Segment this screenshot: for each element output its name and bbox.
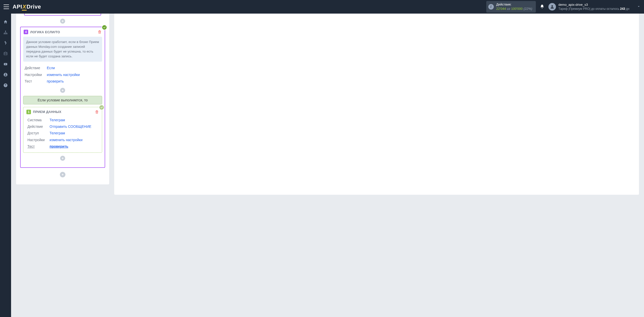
add-step-button-bottom[interactable]: + [60,172,65,177]
username: demo_apix-drive_s3 [558,3,629,7]
step-number: 4 [24,30,28,34]
sidebar-item-youtube[interactable] [0,59,11,69]
row-system: Система Телеграм [26,117,99,123]
svg-point-0 [551,5,553,7]
chevron-down-icon[interactable] [637,5,640,9]
block-title: ПРИЕМ ДАННЫХ [33,110,61,114]
step-number: 1 [26,110,31,114]
svg-point-7 [5,74,6,75]
sidebar-item-connections[interactable] [0,27,11,38]
access-link[interactable]: Телеграм [50,130,65,136]
actions-values: 22'044 из 100'000 (22%) [496,7,532,11]
delete-block-button[interactable] [95,110,99,114]
svg-rect-3 [5,33,6,34]
inner-block-1: 1 ПРИЕМ ДАННЫХ Система Телеграм Действие… [23,107,102,153]
previous-block-tail [24,14,101,16]
settings-link[interactable]: изменить настройки [47,72,80,77]
user-menu[interactable]: demo_apix-drive_s3 Тариф |Премиум PRO| д… [548,3,629,11]
condition-banner: Если условие выполняется, то [23,96,102,104]
sidebar-item-briefcase[interactable] [0,48,11,59]
add-inner-step-button[interactable]: + [60,88,65,93]
svg-rect-1 [5,31,6,31]
test-link[interactable]: проверить [47,78,64,84]
actions-label: Действия: [496,3,532,7]
row-action: Действие Если [23,65,102,71]
sidebar-item-account[interactable] [0,69,11,80]
row-action: Действие Отправить СООБЩЕНИЕ [26,123,99,130]
add-step-button[interactable]: + [60,19,65,24]
test-link[interactable]: проверить [50,144,68,149]
block-title: ЛОГИКА ЕСЛИ/ТО [30,30,60,34]
add-inner-step-button-2[interactable]: + [60,156,65,161]
sidebar-item-home[interactable] [0,17,11,27]
settings-link[interactable]: изменить настройки [50,137,83,143]
sidebar-item-help[interactable] [0,80,11,91]
row-settings: Настройки изменить настройки [26,137,99,143]
detail-panel [114,14,639,195]
row-test: Тест проверить [23,78,102,85]
tariff-info: Тариф |Премиум PRO| до оплаты осталось 2… [558,7,629,11]
avatar-icon [548,3,556,11]
workflow-panel: + 4 ЛОГИКА ЕСЛИ/ТО Данное условие сработ… [16,14,109,184]
menu-toggle-button[interactable] [4,5,9,9]
logo[interactable]: APIXDrive [13,4,41,10]
condition-description: Данное условие сработает, если в блоке П… [23,37,102,62]
check-icon [102,25,107,30]
notifications-icon[interactable] [540,4,544,10]
delete-block-button[interactable] [98,30,102,34]
app-header: APIXDrive i Действия: 22'044 из 100'000 … [0,0,644,14]
info-icon: i [488,4,494,10]
svg-rect-4 [7,33,7,34]
row-access: Доступ Телеграм [26,130,99,136]
actions-counter[interactable]: i Действия: 22'044 из 100'000 (22%) [486,1,536,13]
logic-block-4: 4 ЛОГИКА ЕСЛИ/ТО Данное условие сработае… [20,27,105,168]
action-link[interactable]: Если [47,65,55,71]
row-settings: Настройки изменить настройки [23,71,102,78]
svg-rect-2 [4,33,5,34]
check-icon [99,105,104,110]
row-test: Тест проверить [26,143,99,150]
main-content: + 4 ЛОГИКА ЕСЛИ/ТО Данное условие сработ… [11,14,644,205]
sidebar-item-billing[interactable] [0,38,11,48]
system-link[interactable]: Телеграм [50,117,65,123]
sidebar [0,14,11,205]
action-link[interactable]: Отправить СООБЩЕНИЕ [50,124,91,129]
